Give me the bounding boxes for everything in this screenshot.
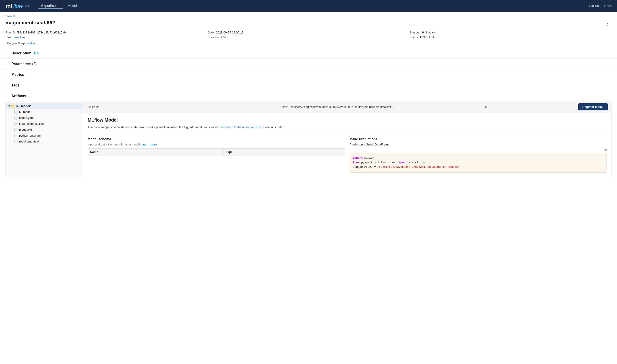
tree-item-python-env[interactable]: 📄 python_env.yaml [6,132,83,138]
code-line-3: logged_model = 'runs:/f34c3372e3bf4f278c… [353,165,604,169]
schema-col-name: Name [88,148,224,155]
metrics-title: Metrics [11,73,24,77]
tree-item-input[interactable]: 📄 input_example.json [6,121,83,127]
description-header[interactable]: › Description Edit [5,51,612,55]
tree-child-python-env: python_env.yaml [19,134,41,137]
date-label: Date: [207,31,215,34]
parameters-title: Parameters (2) [11,62,37,66]
file-icon-python-env: 📄 [14,134,18,137]
lifecycle-row: Lifecycle Stage: active [0,41,617,48]
nav-models[interactable]: Models [65,3,81,9]
tags-chevron: › [5,84,9,87]
artifacts-section: ▾ Artifacts ▾ 📁 sk_models 📄 MLmodel 📄 co… [0,91,617,181]
model-desc-text: The code snippets below demonstrate how … [88,125,220,129]
tree-item-model-pkl[interactable]: 📄 model.pkl [6,127,83,132]
file-icon-input: 📄 [14,122,18,125]
source-icon: 💻 [421,31,425,34]
tree-child-conda: conda.yaml [19,116,34,119]
tree-item-mlmodel[interactable]: 📄 MLmodel [6,109,83,115]
artifacts-title: Artifacts [11,94,26,98]
learn-more-link[interactable]: Learn more [141,143,157,146]
status-value: FINISHED [420,36,434,39]
tree-item-sk-models[interactable]: ▾ 📁 sk_models [6,103,83,109]
date-value: 2023-09-25 14:05:17 [216,31,244,34]
brand-flow: flow [13,2,23,10]
status-label: Status: [410,36,419,39]
tags-header[interactable]: › Tags [5,83,612,87]
predictions-column: Make Predictions Predict on a Spark Data… [350,137,607,172]
run-id-row: Run ID: f34c3372e3bf4f278cb3fd73cd0815ab [5,31,207,34]
tree-item-requirements[interactable]: 📄 requirements.txt [6,138,83,144]
description-chevron: › [5,52,9,55]
nav-github[interactable]: GitHub [589,4,599,8]
source-row: Source: 💻 ipython [410,31,612,34]
run-id-label: Run ID: [5,31,15,34]
mlflow-model-desc: The code snippets below demonstrate how … [88,125,607,130]
folder-open-icon: ▾ 📁 [8,104,15,108]
breadcrumb-separator: › [16,14,17,18]
nav-docs[interactable]: Docs [604,4,612,8]
tree-child-requirements: requirements.txt [19,140,40,143]
file-icon-pkl: 📄 [14,128,18,131]
duration-value: 2.5s [221,36,226,39]
artifacts-body: ▾ 📁 sk_models 📄 MLmodel 📄 conda.yaml 📄 i… [5,101,612,177]
tree-item-conda[interactable]: 📄 conda.yaml [6,115,83,121]
user-link[interactable]: jerry.liang [14,36,26,39]
parameters-header[interactable]: › Parameters (2) [5,62,612,66]
code-line-1: import mlflow [353,156,604,160]
artifact-detail: Full Path: file:///Users/jerry.liang/mlf… [83,101,611,177]
description-title: Description [11,51,31,55]
run-title: magnificent-seal-662 [5,20,55,26]
navbar: mlflow 2.8.0 Experiments Models GitHub D… [0,0,617,12]
copy-code-icon[interactable]: ⧉ [604,148,607,152]
schema-table: Name Type [88,148,345,156]
schema-column: Model schema Input and output schema for… [88,137,345,172]
nav-experiments[interactable]: Experiments [39,3,63,9]
tree-child-pkl: model.pkl [19,128,32,131]
register-model-button[interactable]: Register Model [578,103,608,110]
duration-row: Duration: 2.5s [207,36,410,39]
source-value: ipython [426,31,436,34]
description-edit[interactable]: Edit [34,52,39,55]
schema-subtitle-text: Input and output schema for your model. [88,143,141,146]
artifacts-header[interactable]: ▾ Artifacts [5,94,612,98]
tree-child-mlmodel: MLmodel [19,110,31,114]
source-label: Source: [410,31,420,34]
schema-col-type: Type [223,148,345,155]
tags-title: Tags [11,83,20,87]
lifecycle-value: active [27,42,35,45]
kebab-menu-button[interactable]: ⋮ [603,20,612,27]
schema-title: Model schema [88,137,345,141]
mlflow-model-title: MLflow Model [88,117,607,123]
navbar-nav: Experiments Models [39,3,581,9]
tree-child-input: input_example.json [19,122,45,125]
breadcrumb-parent[interactable]: Default [5,14,15,18]
schema-subtitle: Input and output schema for your model. … [88,143,345,146]
user-row: User: jerry.liang [5,36,207,39]
metrics-header[interactable]: › Metrics [5,73,612,77]
brand-version: 2.8.0 [25,4,31,8]
breadcrumb: Default › [0,12,617,19]
tags-section: › Tags [0,80,617,91]
brand-logo: mlflow 2.8.0 [5,2,31,10]
meta-grid: Run ID: f34c3372e3bf4f278cb3fd73cd0815ab… [0,31,617,41]
file-icon-mlmodel: 📄 [14,110,18,114]
model-desc-end: to version control [262,125,284,129]
copy-path-icon[interactable]: ⧉ [485,105,487,109]
metrics-section: › Metrics [0,69,617,80]
metrics-chevron: › [5,73,9,76]
parameters-chevron: › [5,62,9,65]
predict-copy-area: ⧉ [350,148,607,152]
page-header: magnificent-seal-662 ⋮ [0,19,617,31]
code-block: import mlflow from pyspark.sql.functions… [350,153,607,172]
description-section: › Description Edit [0,48,617,59]
full-path-value: file:///Users/jerry.liang/mlflow/mlruns/… [282,105,394,109]
predict-label: Predict on a Spark DataFrame: [350,143,607,146]
model-registry-link[interactable]: register it to the model registry [221,125,261,129]
lifecycle-label: Lifecycle Stage: [5,42,26,45]
artifacts-chevron: ▾ [5,94,9,98]
parameters-section: › Parameters (2) [0,59,617,69]
brand-ml: ml [5,2,12,10]
model-two-col: Model schema Input and output schema for… [88,133,607,172]
user-label: User: [5,36,13,39]
